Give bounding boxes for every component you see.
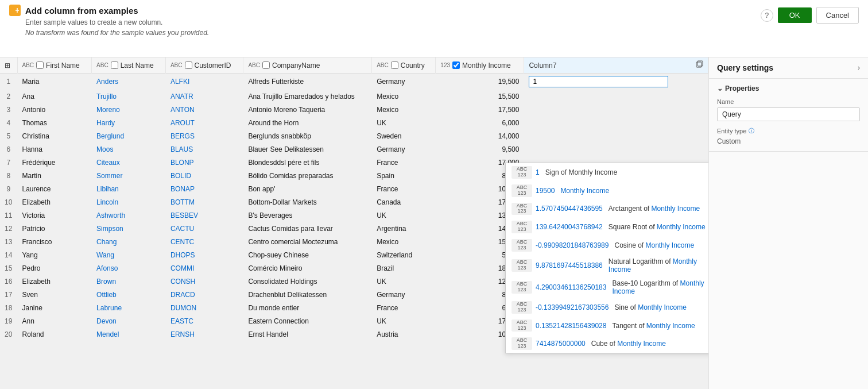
dropdown-suggestion-item[interactable]: ABC123 -0.99098201848763989 Cosine of Mo…	[506, 236, 708, 255]
suggestion-value: 139.64240043768942	[536, 223, 603, 231]
country-type-icon: ABC	[377, 62, 389, 68]
dropdown-suggestion-item[interactable]: ABC123 1.5707450447436595 Arctangent of …	[506, 200, 708, 218]
entity-type-value: Custom	[717, 137, 860, 145]
type-badge: ABC123	[512, 319, 532, 332]
query-settings-title: Query settings	[717, 63, 773, 72]
lastname-header: ABC Last Name	[92, 57, 166, 74]
table-row: 2 Ana Trujillo ANATR Ana Trujillo Emared…	[0, 90, 708, 103]
dropdown-suggestion-item[interactable]: ABC123 1 Sign of Monthly Income	[506, 163, 708, 182]
col7-input-row1[interactable]	[529, 76, 668, 87]
lastname-cell: Chang	[92, 236, 166, 249]
dialog-title: Add column from examples	[25, 6, 138, 16]
firstname-cell: Ana	[17, 90, 92, 103]
lastname-cell: Devon	[92, 315, 166, 328]
dropdown-suggestion-item[interactable]: ABC123 7414875000000 Cube of Monthly Inc…	[506, 334, 708, 353]
country-cell: France	[372, 183, 436, 196]
entity-type-info-icon[interactable]: ⓘ	[749, 127, 754, 135]
dropdown-suggestion-item[interactable]: ABC123 9.8781697445518386 Natural Logari…	[506, 255, 708, 276]
firstname-cell: Patricio	[17, 222, 92, 236]
col7-cell	[524, 103, 708, 117]
lastname-checkbox[interactable]	[111, 61, 118, 69]
lastname-cell: Citeaux	[92, 156, 166, 170]
query-settings-chevron[interactable]: ›	[858, 64, 860, 72]
row-num-cell: 14	[0, 249, 17, 262]
monthlyincome-cell: 15,500	[436, 90, 524, 103]
chevron-down-icon: ⌄	[717, 84, 723, 93]
col7-cell	[524, 143, 708, 156]
country-checkbox[interactable]	[391, 61, 398, 69]
main-area: ⊞ ABC First Name ABC	[0, 57, 868, 389]
row-num-cell: 2	[0, 90, 17, 103]
dropdown-suggestion-item[interactable]: ABC123 139.64240043768942 Square Root of…	[506, 218, 708, 236]
firstname-cell: Frédérique	[17, 156, 92, 170]
lastname-cell: Brown	[92, 275, 166, 288]
table-icon: ⊞	[5, 61, 10, 70]
country-cell: UK	[372, 315, 436, 328]
lastname-cell: Ottlieb	[92, 288, 166, 302]
firstname-cell: Elizabeth	[17, 196, 92, 209]
row-num-cell: 17	[0, 288, 17, 302]
column7-label: Column7	[529, 61, 556, 70]
dropdown-suggestion-item[interactable]: ABC123 -0.13399492167303556 Sine of Mont…	[506, 298, 708, 317]
companyname-checkbox[interactable]	[262, 61, 270, 69]
customerid-cell: ERNSH	[165, 328, 243, 341]
dropdown-suggestion-item[interactable]: ABC123 4.29003461136250183 Base-10 Logar…	[506, 276, 708, 298]
firstname-cell: Maria	[17, 74, 92, 90]
properties-toggle[interactable]: ⌄ Properties	[717, 84, 860, 93]
ok-button[interactable]: OK	[778, 7, 812, 23]
monthlyincome-type-icon: 123	[440, 62, 450, 68]
customerid-header: ABC CustomerID	[165, 57, 243, 74]
customerid-cell: DRACD	[165, 288, 243, 302]
lastname-cell: Anders	[92, 74, 166, 90]
monthlyincome-cell: 14,000	[436, 130, 524, 143]
table-row: 1 Maria Anders ALFKI Alfreds Futterkiste…	[0, 74, 708, 90]
lastname-cell: Berglund	[92, 130, 166, 143]
column7-copy-icon[interactable]	[695, 60, 703, 70]
type-badge: ABC123	[512, 239, 532, 252]
customerid-cell: CACTU	[165, 222, 243, 236]
firstname-cell: Laurence	[17, 183, 92, 196]
firstname-label: First Name	[46, 61, 80, 70]
firstname-cell: Thomas	[17, 117, 92, 130]
help-icon[interactable]: ?	[761, 9, 773, 22]
companyname-cell: Blondesddsl pére et fils	[243, 156, 372, 170]
suggestion-desc: Cube of Monthly Income	[591, 340, 666, 348]
firstname-cell: Christina	[17, 130, 92, 143]
firstname-cell: Roland	[17, 328, 92, 341]
companyname-cell: Around the Horn	[243, 117, 372, 130]
firstname-cell: Elizabeth	[17, 275, 92, 288]
lastname-label: Last Name	[121, 61, 154, 70]
companyname-cell: Chop-suey Chinese	[243, 249, 372, 262]
name-label: Name	[717, 98, 860, 105]
dropdown-suggestion-item[interactable]: ABC123 0.13521428156439028 Tangent of Mo…	[506, 317, 708, 335]
entity-type-label: Entity type	[717, 128, 746, 134]
svg-rect-4	[696, 62, 702, 67]
monthlyincome-header: 123 Monthly Income	[436, 57, 524, 74]
companyname-cell: Ernst Handel	[243, 328, 372, 341]
customerid-cell: BLONP	[165, 156, 243, 170]
name-input[interactable]	[717, 107, 860, 121]
top-bar: Add column from examples Enter sample va…	[0, 0, 868, 57]
table-header-row: ⊞ ABC First Name ABC	[0, 57, 708, 74]
companyname-cell: Ana Trujillo Emaredados y helados	[243, 90, 372, 103]
monthlyincome-cell: 6,000	[436, 117, 524, 130]
suggestion-desc: Base-10 Logarithm of Monthly Income	[612, 279, 708, 295]
row-num-cell: 11	[0, 209, 17, 222]
country-label: Country	[401, 61, 425, 70]
row-num-cell: 15	[0, 262, 17, 275]
customerid-cell: DHOPS	[165, 249, 243, 262]
cancel-button[interactable]: Cancel	[816, 7, 859, 24]
companyname-cell: Alfreds Futterkiste	[243, 74, 372, 90]
country-cell: UK	[372, 209, 436, 222]
companyname-cell: Bottom-Dollar Markets	[243, 196, 372, 209]
customerid-checkbox[interactable]	[185, 61, 192, 69]
suggestion-value: 0.13521428156439028	[536, 322, 606, 330]
monthlyincome-cell: 9,500	[436, 143, 524, 156]
companyname-cell: Eastern Connection	[243, 315, 372, 328]
country-cell: Mexico	[372, 103, 436, 117]
dropdown-suggestion-item[interactable]: ABC123 19500 Monthly Income	[506, 182, 708, 200]
monthlyincome-checkbox[interactable]	[452, 61, 460, 69]
suggestion-value: -0.13399492167303556	[536, 303, 609, 311]
companyname-type-icon: ABC	[248, 62, 260, 68]
firstname-checkbox[interactable]	[36, 61, 44, 69]
